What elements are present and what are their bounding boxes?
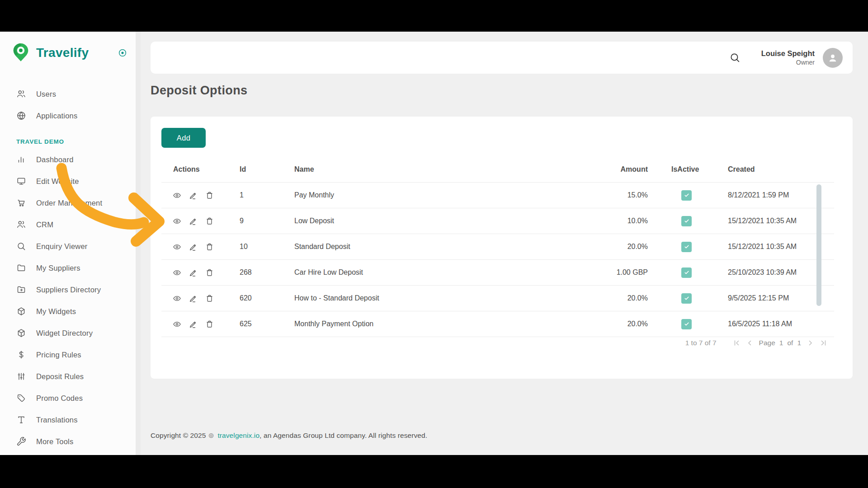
cell-amount: 1.00 GBP: [509, 268, 648, 277]
travelgenix-link[interactable]: travelgenix.io: [217, 432, 259, 439]
screen: Travelify Users Applications TRAVEL DEMO…: [0, 0, 868, 488]
eye-icon[interactable]: [172, 319, 182, 329]
sidebar-item-crm[interactable]: CRM: [0, 214, 136, 235]
eye-icon[interactable]: [172, 268, 182, 277]
table-row: 9 Low Deposit 10.0% 15/12/2021 10:35 AM: [161, 208, 834, 234]
cell-id: 10: [240, 243, 294, 251]
cell-id: 9: [240, 217, 294, 225]
pencil-icon[interactable]: [189, 216, 198, 226]
letter-t-icon: [16, 415, 26, 425]
add-button[interactable]: Add: [161, 128, 206, 148]
cell-isactive: [648, 216, 728, 226]
column-header-actions: Actions: [161, 165, 240, 174]
pagination: 1 to 7 of 7 Page 1 of 1: [685, 339, 827, 347]
cell-name: Car Hire Low Deposit: [294, 268, 509, 277]
sidebar-item-dashboard[interactable]: Dashboard: [0, 149, 136, 170]
letterbox-bottom: [0, 455, 868, 488]
sidebar-item-more-tools[interactable]: More Tools: [0, 431, 136, 452]
table-scrollbar[interactable]: [816, 184, 821, 306]
wrench-icon: [16, 436, 26, 446]
cell-amount: 15.0%: [509, 191, 648, 199]
top-bar: Louise Speight Owner: [151, 42, 853, 74]
trash-icon[interactable]: [205, 216, 214, 226]
sidebar-toggle-icon[interactable]: [118, 48, 127, 58]
prev-page-button[interactable]: [746, 339, 753, 347]
sidebar-item-deposit-rules[interactable]: Deposit Rules: [0, 366, 136, 387]
sidebar-item-pricing-rules[interactable]: Pricing Rules: [0, 344, 136, 366]
total-pages: 1: [797, 339, 801, 347]
pencil-icon[interactable]: [189, 268, 198, 277]
sidebar-section-label: TRAVEL DEMO: [16, 138, 136, 145]
cell-amount: 20.0%: [509, 294, 648, 302]
sidebar-nav-top: Users Applications: [0, 83, 136, 127]
avatar[interactable]: [823, 48, 843, 68]
logo-row: Travelify: [0, 32, 136, 71]
page-word: Page: [759, 339, 775, 347]
travelgenix-mark-icon: ⊚: [208, 432, 216, 439]
cell-isactive: [648, 293, 728, 304]
deposit-options-card: Add Actions Id Name Amount IsActive Crea…: [151, 117, 853, 379]
sidebar-item-suppliers-directory[interactable]: Suppliers Directory: [0, 279, 136, 300]
pencil-icon[interactable]: [189, 294, 198, 303]
sidebar: Travelify Users Applications TRAVEL DEMO…: [0, 32, 136, 455]
deposit-options-table: Actions Id Name Amount IsActive Created …: [161, 156, 834, 337]
sliders-icon: [16, 371, 26, 381]
user-info[interactable]: Louise Speight Owner: [761, 49, 815, 67]
cell-created: 16/5/2025 11:18 AM: [728, 320, 834, 328]
pencil-icon[interactable]: [189, 242, 198, 252]
column-header-id: Id: [240, 165, 294, 174]
footer-prefix: Copyright © 2025: [151, 432, 208, 439]
letterbox-top: [0, 0, 868, 32]
sidebar-item-my-widgets[interactable]: My Widgets: [0, 300, 136, 322]
cube-icon: [16, 306, 26, 316]
cube-dots-icon: [16, 328, 26, 338]
row-actions: [161, 268, 240, 277]
trash-icon[interactable]: [205, 242, 214, 252]
first-page-button[interactable]: [733, 339, 740, 347]
sidebar-item-widget-directory[interactable]: Widget Directory: [0, 322, 136, 344]
trash-icon[interactable]: [205, 191, 214, 200]
user-name: Louise Speight: [761, 49, 815, 58]
isactive-checkbox[interactable]: [681, 216, 692, 226]
next-page-button[interactable]: [807, 339, 814, 347]
sidebar-item-translations[interactable]: Translations: [0, 409, 136, 431]
eye-icon[interactable]: [172, 242, 182, 252]
main-content: Louise Speight Owner Deposit Options Add…: [136, 32, 868, 455]
table-header-row: Actions Id Name Amount IsActive Created: [161, 156, 834, 182]
pencil-icon[interactable]: [189, 319, 198, 329]
sidebar-item-edit-website[interactable]: Edit Website: [0, 170, 136, 192]
eye-icon[interactable]: [172, 191, 182, 200]
cell-amount: 20.0%: [509, 320, 648, 328]
cell-id: 268: [240, 268, 294, 277]
eye-icon[interactable]: [172, 216, 182, 226]
app-window: Travelify Users Applications TRAVEL DEMO…: [0, 32, 868, 455]
row-actions: [161, 319, 240, 329]
eye-icon[interactable]: [172, 294, 182, 303]
isactive-checkbox[interactable]: [681, 293, 692, 304]
users-icon: [16, 89, 26, 99]
isactive-checkbox[interactable]: [681, 190, 692, 201]
sidebar-item-promo-codes[interactable]: Promo Codes: [0, 387, 136, 409]
sidebar-item-enquiry-viewer[interactable]: Enquiry Viewer: [0, 235, 136, 257]
sidebar-item-applications[interactable]: Applications: [0, 105, 136, 127]
isactive-checkbox[interactable]: [681, 319, 692, 329]
trash-icon[interactable]: [205, 319, 214, 329]
table-body: 1 Pay Monthly 15.0% 8/12/2021 1:59 PM 9 …: [161, 182, 834, 337]
last-page-button[interactable]: [820, 339, 827, 347]
page-title: Deposit Options: [151, 84, 248, 98]
isactive-checkbox[interactable]: [681, 242, 692, 252]
sidebar-item-order-management[interactable]: Order Management: [0, 192, 136, 214]
pagination-range: 1 to 7 of 7: [685, 339, 717, 347]
trash-icon[interactable]: [205, 294, 214, 303]
current-page: 1: [779, 339, 783, 347]
sidebar-item-users[interactable]: Users: [0, 83, 136, 105]
row-actions: [161, 242, 240, 252]
trash-icon[interactable]: [205, 268, 214, 277]
pencil-icon[interactable]: [189, 191, 198, 200]
search-icon[interactable]: [729, 52, 741, 63]
cell-id: 625: [240, 320, 294, 328]
cell-isactive: [648, 319, 728, 329]
row-actions: [161, 216, 240, 226]
isactive-checkbox[interactable]: [681, 267, 692, 278]
sidebar-item-my-suppliers[interactable]: My Suppliers: [0, 257, 136, 279]
